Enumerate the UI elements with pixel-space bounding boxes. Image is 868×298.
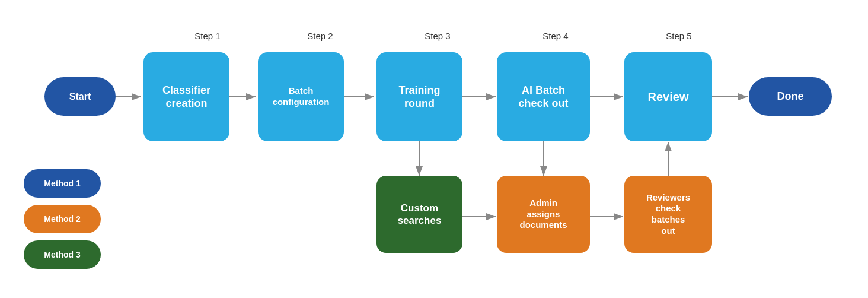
- done-label: Done: [777, 90, 804, 103]
- ai-batch-checkout-label: AI Batchcheck out: [518, 84, 568, 110]
- arrows-svg: [0, 0, 868, 298]
- training-round-node: Traininground: [376, 52, 462, 141]
- method3-legend: Method 3: [24, 240, 101, 269]
- step4-label: Step 4: [529, 31, 582, 41]
- review-node: Review: [624, 52, 712, 141]
- method3-label: Method 3: [44, 250, 80, 259]
- classifier-creation-label: Classifiercreation: [162, 84, 210, 110]
- step2-label: Step 2: [293, 31, 347, 41]
- diagram-container: Step 1 Step 2 Step 3 Step 4 Step 5 Start…: [0, 0, 868, 298]
- custom-searches-node: Customsearches: [376, 176, 462, 253]
- reviewers-check-node: Reviewerscheckbatchesout: [624, 176, 712, 253]
- batch-configuration-label: Batchconfiguration: [273, 85, 330, 108]
- reviewers-check-label: Reviewerscheckbatchesout: [646, 192, 690, 237]
- start-node: Start: [44, 77, 116, 116]
- method2-label: Method 2: [44, 214, 80, 224]
- training-round-label: Traininground: [398, 84, 440, 110]
- start-label: Start: [69, 91, 91, 103]
- ai-batch-checkout-node: AI Batchcheck out: [497, 52, 590, 141]
- batch-configuration-node: Batchconfiguration: [258, 52, 344, 141]
- admin-assigns-label: Adminassignsdocuments: [519, 198, 567, 231]
- method1-label: Method 1: [44, 179, 80, 188]
- admin-assigns-node: Adminassignsdocuments: [497, 176, 590, 253]
- method2-legend: Method 2: [24, 205, 101, 233]
- review-label: Review: [648, 90, 689, 104]
- step1-label: Step 1: [181, 31, 234, 41]
- step5-label: Step 5: [652, 31, 706, 41]
- custom-searches-label: Customsearches: [398, 202, 442, 227]
- step3-label: Step 3: [411, 31, 464, 41]
- done-node: Done: [749, 77, 832, 116]
- method1-legend: Method 1: [24, 169, 101, 198]
- classifier-creation-node: Classifiercreation: [143, 52, 229, 141]
